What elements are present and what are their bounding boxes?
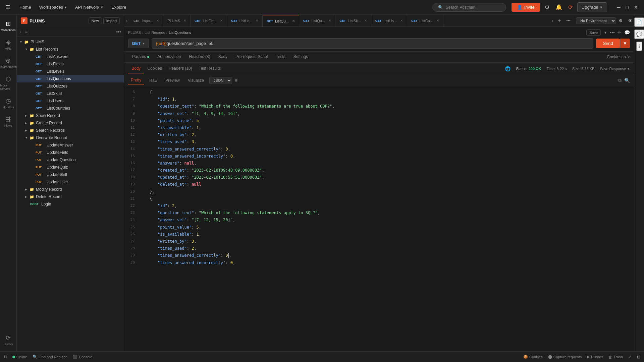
- global-search-bar[interactable]: 🔍 Search Postman: [432, 3, 506, 12]
- folder-list-records[interactable]: ▼ 📁 List Records: [17, 46, 124, 53]
- folder-modify-record[interactable]: ▶ 📁 Modify Record: [17, 186, 124, 193]
- breadcrumb-list-records[interactable]: List Records: [145, 31, 165, 35]
- tab-close-icon[interactable]: ✕: [256, 19, 258, 22]
- sidebar-item-monitors[interactable]: ◷ Monitors: [0, 95, 16, 112]
- resp-tab-test-results[interactable]: Test Results: [196, 64, 224, 73]
- tree-item-listusers[interactable]: GET ListUsers: [17, 97, 124, 105]
- req-tab-tests[interactable]: Tests: [272, 52, 289, 62]
- tab-close-icon[interactable]: ✕: [436, 19, 439, 22]
- tree-item-listquizzes[interactable]: GET ListQuizzes: [17, 82, 124, 90]
- more-options-btn[interactable]: •••: [610, 29, 615, 36]
- resp-tab-cookies[interactable]: Cookies: [144, 64, 165, 73]
- tree-item-updateskill[interactable]: PUT UpdateSkill: [17, 171, 124, 178]
- notifications-button[interactable]: 🔔: [554, 3, 564, 12]
- tree-item-listskills[interactable]: GET ListSkills: [17, 90, 124, 97]
- sidebar-item-apis[interactable]: ◈ APIs: [0, 36, 16, 53]
- api-network-nav[interactable]: API Network ▼: [72, 3, 106, 11]
- maximize-button[interactable]: □: [624, 3, 631, 11]
- right-panel-comments-button[interactable]: 💬: [634, 29, 644, 39]
- sidebar-item-flows[interactable]: ⇶ Flows: [0, 113, 16, 130]
- more-options-button[interactable]: •••: [116, 29, 121, 35]
- save-response-button[interactable]: Save Response ▼: [600, 67, 630, 71]
- resp-tab-body[interactable]: Body: [128, 64, 144, 73]
- tab-close-icon[interactable]: ✕: [220, 19, 223, 22]
- trash-button[interactable]: 🗑 Trash: [608, 355, 623, 359]
- tab-listquestions[interactable]: GET ListQu... ✕: [263, 15, 299, 27]
- tab-close-icon[interactable]: ✕: [400, 19, 403, 22]
- tree-item-updatequiz[interactable]: PUT UpdateQuiz: [17, 164, 124, 171]
- right-panel-toggle[interactable]: 👁: [627, 17, 634, 25]
- sync-button[interactable]: ⟳: [567, 3, 574, 12]
- tab-close-icon[interactable]: ✕: [292, 19, 295, 23]
- add-collection-button[interactable]: +: [19, 29, 22, 35]
- close-button[interactable]: ✕: [632, 3, 640, 11]
- layout-toggle[interactable]: ⊟: [4, 355, 7, 359]
- tree-item-listlevels[interactable]: GET ListLevels: [17, 68, 124, 75]
- filter-button[interactable]: ≡: [25, 29, 28, 35]
- save-button[interactable]: Save: [586, 29, 601, 36]
- tab-scroll-left[interactable]: ‹: [124, 18, 129, 23]
- tree-item-updateuser[interactable]: PUT UpdateUser: [17, 178, 124, 186]
- url-input[interactable]: {{url}}questions?per_page=55: [152, 38, 594, 49]
- tree-item-login[interactable]: POST Login: [17, 200, 124, 208]
- find-replace-button[interactable]: 🔍 Find and Replace: [33, 355, 67, 359]
- tab-listfields[interactable]: GET ListFie... ✕: [191, 15, 227, 27]
- import-button[interactable]: Import: [103, 17, 120, 24]
- menu-icon[interactable]: ☰: [4, 3, 11, 12]
- tab-import[interactable]: GET Impo... ✕: [129, 15, 163, 27]
- online-status[interactable]: Online: [12, 355, 27, 359]
- capture-button[interactable]: ⬤ Capture requests: [548, 355, 582, 359]
- sidebar-item-collections[interactable]: ⊞ Collections: [0, 17, 16, 35]
- sidebar-item-environments[interactable]: ⊕ Environments: [0, 54, 16, 71]
- req-tab-authorization[interactable]: Authorization: [153, 52, 185, 62]
- tree-item-listcountries[interactable]: GET ListCountries: [17, 105, 124, 112]
- search-response-button[interactable]: 🔍: [624, 78, 630, 83]
- upgrade-button[interactable]: Upgrade ▼: [577, 2, 607, 12]
- explore-nav[interactable]: Explore: [109, 3, 129, 11]
- tab-listlevels[interactable]: GET ListLe... ✕: [227, 15, 263, 27]
- edit-icon-btn[interactable]: ✏: [618, 29, 622, 36]
- format-tab-preview[interactable]: Preview: [163, 77, 182, 84]
- minimize-button[interactable]: ─: [615, 3, 623, 11]
- invite-button[interactable]: 👤 Invite: [512, 3, 540, 12]
- send-button[interactable]: Send: [596, 39, 620, 48]
- tab-listusers[interactable]: GET ListUs... ✕: [371, 15, 407, 27]
- format-action-button[interactable]: ≡: [235, 78, 237, 83]
- tab-listcountries[interactable]: GET ListCo... ✕: [407, 15, 443, 27]
- copy-response-button[interactable]: ⧉: [618, 78, 622, 83]
- code-toggle[interactable]: </>: [624, 55, 630, 59]
- env-options-button[interactable]: ⚙: [618, 17, 624, 24]
- new-button[interactable]: New: [89, 17, 102, 24]
- settings-button[interactable]: ⚙: [543, 3, 551, 12]
- tab-listquizzes[interactable]: GET ListQu... ✕: [299, 15, 335, 27]
- add-tab-button[interactable]: +: [555, 18, 564, 24]
- sidebar-item-history[interactable]: ⟳ History: [0, 331, 16, 349]
- folder-overwrite-record[interactable]: ▼ 📁 Overwrite Record: [17, 134, 124, 141]
- home-nav[interactable]: Home: [17, 3, 34, 11]
- console-button[interactable]: ⬛ Console: [73, 355, 92, 359]
- right-panel-docs-button[interactable]: 📄: [634, 17, 644, 27]
- tab-close-icon[interactable]: ✕: [328, 19, 331, 22]
- tree-item-updatequestion[interactable]: PUT UpdateQuestion: [17, 156, 124, 164]
- tab-close-icon[interactable]: ✕: [364, 19, 367, 22]
- save-dropdown[interactable]: ▼: [603, 29, 607, 36]
- tree-item-listquestions[interactable]: GET ListQuestions: [17, 75, 124, 82]
- json-content[interactable]: 6 { 7 "id": 1, 8 "question_text": "Which…: [124, 86, 634, 351]
- tree-item-updateanswer[interactable]: PUT UpdateAnswer: [17, 141, 124, 149]
- sidebar-item-mock-servers[interactable]: ⬡ Mock Servers: [0, 73, 16, 93]
- tab-listskills[interactable]: GET ListSk... ✕: [335, 15, 371, 27]
- req-tab-prerequest[interactable]: Pre-request Script: [231, 52, 272, 62]
- environment-select[interactable]: No Environment: [576, 17, 616, 24]
- comment-icon-btn[interactable]: 💬: [624, 29, 630, 36]
- tree-item-listanswers[interactable]: GET ListAnswers: [17, 53, 124, 60]
- cookies-button[interactable]: 🍪 Cookies: [523, 355, 543, 359]
- folder-search-records[interactable]: ▶ 📁 Search Records: [17, 127, 124, 134]
- format-tab-pretty[interactable]: Pretty: [128, 76, 144, 84]
- tab-close-icon[interactable]: ✕: [183, 19, 186, 22]
- method-select[interactable]: GET ▼: [128, 39, 149, 48]
- folder-create-record[interactable]: ▶ 📁 Create Record: [17, 119, 124, 127]
- req-tab-settings[interactable]: Settings: [289, 52, 312, 62]
- tab-scroll-right[interactable]: ›: [550, 18, 555, 23]
- tab-close-icon[interactable]: ✕: [156, 19, 159, 22]
- req-tab-body[interactable]: Body: [214, 52, 231, 62]
